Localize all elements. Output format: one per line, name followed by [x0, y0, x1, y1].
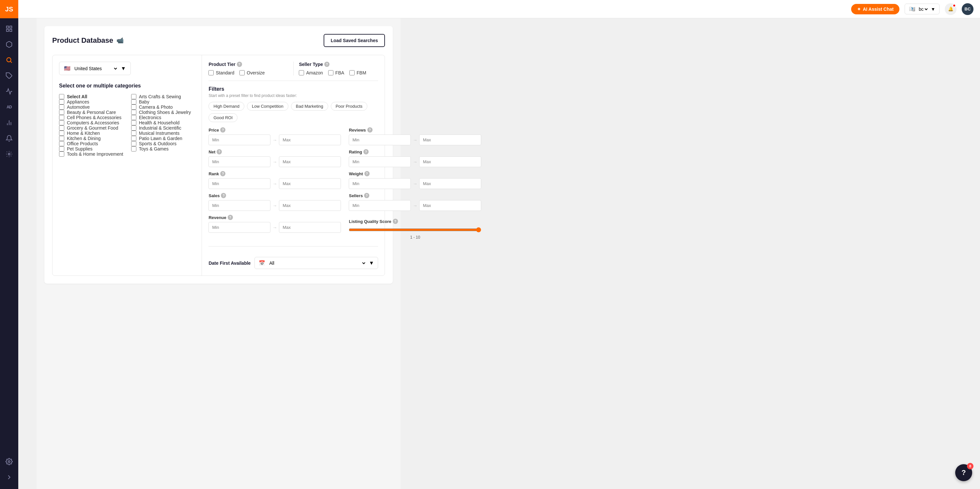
sales-max-input[interactable]: [279, 200, 341, 211]
category-automotive[interactable]: Automotive: [59, 104, 123, 110]
reviews-min-input[interactable]: [349, 134, 411, 145]
locale-selector[interactable]: 🇧🇨 bc us ▼: [905, 3, 940, 14]
date-available-select[interactable]: All Last 30 days Last 90 days Last 6 mon…: [268, 260, 366, 266]
checkbox-pet-supplies[interactable]: [59, 146, 64, 151]
avatar[interactable]: BC: [962, 3, 974, 15]
rank-max-input[interactable]: [279, 178, 341, 189]
category-arts-crafts[interactable]: Arts Crafts & Sewing: [131, 94, 196, 99]
load-saved-searches-button[interactable]: Load Saved Searches: [324, 34, 385, 47]
category-industrial[interactable]: Industrial & Scientific: [131, 125, 196, 131]
revenue-min-input[interactable]: [208, 222, 270, 233]
revenue-max-input[interactable]: [279, 222, 341, 233]
category-home-kitchen[interactable]: Home & Kitchen: [59, 131, 123, 136]
category-clothing-shoes[interactable]: Clothing Shoes & Jewelry: [131, 110, 196, 115]
category-appliances[interactable]: Appliances: [59, 99, 123, 104]
category-toys-games[interactable]: Toys & Games: [131, 146, 196, 151]
sidebar-item-tracker[interactable]: [0, 84, 18, 99]
sidebar-item-keywords[interactable]: [0, 68, 18, 84]
rating-max-input[interactable]: [419, 156, 481, 167]
category-beauty[interactable]: Beauty & Personal Care: [59, 110, 123, 115]
tier-oversize[interactable]: Oversize: [239, 70, 264, 75]
seller-type-help-icon[interactable]: ?: [324, 62, 329, 67]
category-sports-outdoors[interactable]: Sports & Outdoors: [131, 141, 196, 146]
sidebar-item-tools[interactable]: [0, 146, 18, 162]
sellers-min-input[interactable]: [349, 200, 411, 211]
checkbox-seller-fba[interactable]: [328, 70, 333, 75]
category-electronics[interactable]: Electronics: [131, 115, 196, 120]
ai-assist-button[interactable]: ✦ AI Assist Chat: [851, 4, 899, 14]
checkbox-patio-lawn[interactable]: [131, 136, 136, 141]
checkbox-sports-outdoors[interactable]: [131, 141, 136, 146]
app-logo[interactable]: JS: [0, 0, 18, 18]
checkbox-computers[interactable]: [59, 120, 64, 125]
sales-help-icon[interactable]: ?: [221, 193, 226, 198]
price-help-icon[interactable]: ?: [220, 127, 226, 132]
category-musical[interactable]: Musical Instruments: [131, 131, 196, 136]
sidebar-item-dashboard[interactable]: [0, 21, 18, 37]
category-tools-home[interactable]: Tools & Home Improvement: [59, 151, 123, 157]
category-pet-supplies[interactable]: Pet Supplies: [59, 146, 123, 151]
net-max-input[interactable]: [279, 156, 341, 167]
price-min-input[interactable]: [208, 134, 270, 145]
checkbox-clothing-shoes[interactable]: [131, 110, 136, 115]
checkbox-seller-amazon[interactable]: [299, 70, 304, 75]
checkbox-arts-crafts[interactable]: [131, 94, 136, 99]
reviews-max-input[interactable]: [419, 134, 481, 145]
checkbox-appliances[interactable]: [59, 99, 64, 104]
preset-poor-products[interactable]: Poor Products: [331, 102, 368, 111]
rank-help-icon[interactable]: ?: [220, 171, 226, 176]
preset-high-demand[interactable]: High Demand: [208, 102, 244, 111]
revenue-help-icon[interactable]: ?: [228, 215, 233, 220]
lqs-help-icon[interactable]: ?: [393, 219, 398, 224]
category-select-all[interactable]: Select All: [59, 94, 123, 99]
reviews-help-icon[interactable]: ?: [368, 127, 372, 132]
checkbox-home-kitchen[interactable]: [59, 131, 64, 136]
seller-fbm[interactable]: FBM: [349, 70, 366, 75]
checkbox-kitchen-dining[interactable]: [59, 136, 64, 141]
checkbox-health-household[interactable]: [131, 120, 136, 125]
sidebar-item-analytics[interactable]: [0, 115, 18, 131]
sidebar-item-alerts[interactable]: [0, 131, 18, 146]
checkbox-grocery[interactable]: [59, 125, 64, 131]
sellers-max-input[interactable]: [419, 200, 481, 211]
net-help-icon[interactable]: ?: [216, 149, 222, 155]
locale-select[interactable]: bc us: [917, 6, 929, 12]
checkbox-automotive[interactable]: [59, 104, 64, 110]
checkbox-musical[interactable]: [131, 131, 136, 136]
rating-min-input[interactable]: [349, 156, 411, 167]
weight-max-input[interactable]: [419, 178, 481, 189]
preset-bad-marketing[interactable]: Bad Marketing: [291, 102, 328, 111]
seller-fba[interactable]: FBA: [328, 70, 344, 75]
category-kitchen-dining[interactable]: Kitchen & Dining: [59, 136, 123, 141]
country-select[interactable]: United States: [73, 65, 118, 72]
lqs-slider[interactable]: [349, 227, 481, 233]
rating-help-icon[interactable]: ?: [363, 149, 369, 155]
category-baby[interactable]: Baby: [131, 99, 196, 104]
preset-low-competition[interactable]: Low Competition: [247, 102, 288, 111]
checkbox-industrial[interactable]: [131, 125, 136, 131]
checkbox-seller-fbm[interactable]: [349, 70, 355, 75]
checkbox-tier-standard[interactable]: [208, 70, 214, 75]
weight-help-icon[interactable]: ?: [364, 171, 370, 176]
tier-standard[interactable]: Standard: [208, 70, 234, 75]
sidebar-item-search[interactable]: [0, 52, 18, 68]
rank-min-input[interactable]: [208, 178, 270, 189]
checkbox-toys-games[interactable]: [131, 146, 136, 151]
sidebar-item-products[interactable]: [0, 37, 18, 52]
checkbox-camera-photo[interactable]: [131, 104, 136, 110]
checkbox-beauty[interactable]: [59, 110, 64, 115]
sidebar-item-settings[interactable]: [0, 454, 18, 470]
country-selector[interactable]: 🇺🇸 United States ▼: [59, 62, 131, 75]
net-min-input[interactable]: [208, 156, 270, 167]
category-patio-lawn[interactable]: Patio Lawn & Garden: [131, 136, 196, 141]
video-tutorial-icon[interactable]: 📹: [116, 37, 124, 44]
sidebar-item-expand[interactable]: [0, 470, 18, 485]
price-max-input[interactable]: [279, 134, 341, 145]
checkbox-select-all[interactable]: [59, 94, 64, 99]
checkbox-baby[interactable]: [131, 99, 136, 104]
category-cell-phones[interactable]: Cell Phones & Accessories: [59, 115, 123, 120]
sellers-help-icon[interactable]: ?: [364, 193, 369, 198]
category-computers[interactable]: Computers & Accessories: [59, 120, 123, 125]
sales-min-input[interactable]: [208, 200, 270, 211]
checkbox-office-products[interactable]: [59, 141, 64, 146]
